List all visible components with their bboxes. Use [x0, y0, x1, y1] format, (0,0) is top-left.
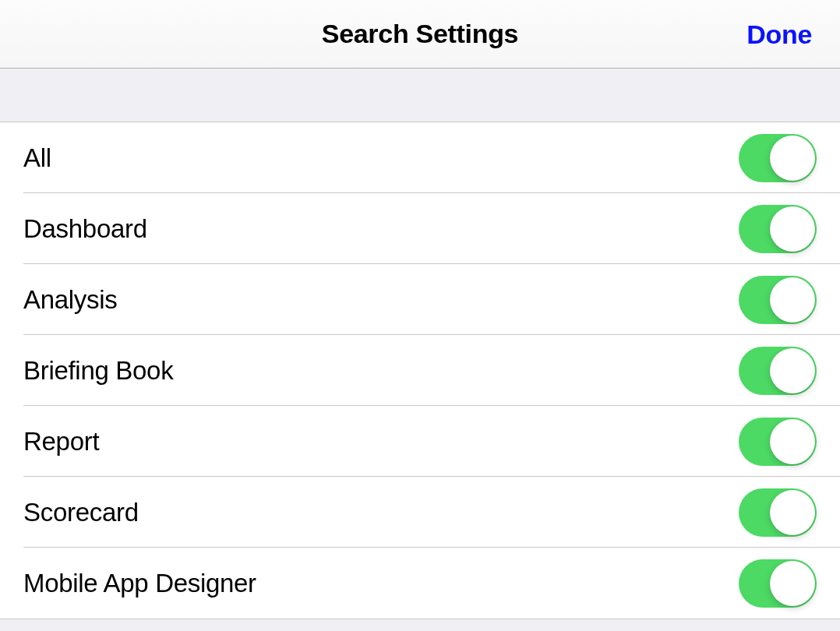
switch-knob [770, 348, 815, 393]
toggle-scorecard[interactable] [739, 488, 817, 537]
switch-knob [770, 561, 815, 606]
toggle-mobile-app-designer[interactable] [739, 559, 817, 608]
page-title: Search Settings [322, 19, 518, 49]
toggle-all[interactable] [739, 134, 817, 182]
row-label: Mobile App Designer [23, 569, 256, 598]
settings-list: All Dashboard Analysis Briefing Book Rep… [0, 122, 840, 619]
switch-knob [770, 206, 815, 252]
row-label: Analysis [23, 285, 117, 315]
switch-knob [770, 419, 815, 464]
switch-knob [770, 136, 815, 181]
done-button[interactable]: Done [746, 19, 812, 49]
toggle-dashboard[interactable] [739, 205, 817, 253]
section-spacer [0, 69, 840, 122]
settings-row-mobile-app-designer: Mobile App Designer [0, 548, 840, 619]
row-label: Dashboard [23, 214, 147, 244]
navbar: Search Settings Done [0, 0, 840, 69]
row-label: All [23, 143, 51, 173]
toggle-briefing-book[interactable] [739, 347, 817, 395]
switch-knob [770, 490, 815, 535]
switch-knob [770, 277, 815, 323]
settings-row-scorecard: Scorecard [0, 477, 840, 548]
toggle-analysis[interactable] [739, 276, 817, 324]
settings-row-dashboard: Dashboard [0, 193, 840, 264]
settings-row-analysis: Analysis [0, 264, 840, 335]
settings-row-all: All [0, 122, 840, 193]
settings-row-briefing-book: Briefing Book [0, 335, 840, 406]
row-label: Briefing Book [23, 356, 173, 386]
row-label: Report [23, 427, 99, 457]
settings-row-report: Report [0, 406, 840, 477]
row-label: Scorecard [23, 498, 139, 527]
toggle-report[interactable] [739, 418, 817, 466]
